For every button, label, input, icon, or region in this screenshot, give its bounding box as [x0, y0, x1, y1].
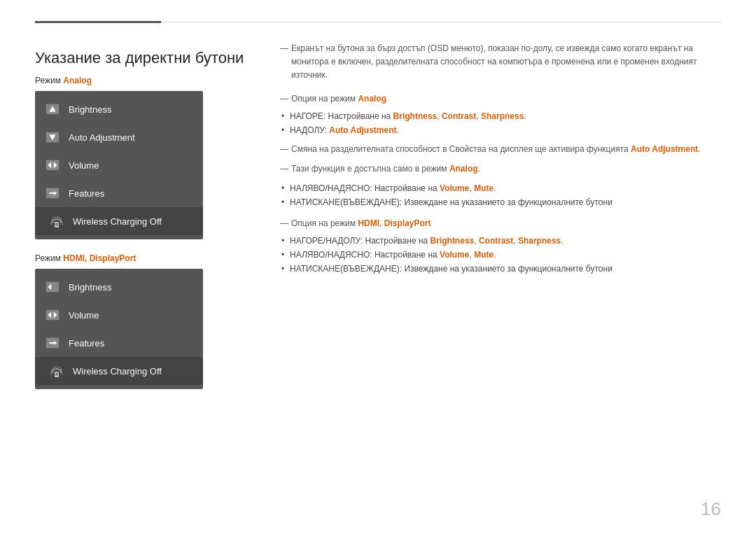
- hdmi-mode-label: Режим HDMI, DisplayPort: [35, 253, 259, 263]
- analog-menu-features: Features: [35, 179, 203, 207]
- auto-adjustment-down-icon: [45, 129, 60, 145]
- analog-bullets-1: НАГОРЕ: Настройване на Brightness, Contr…: [280, 109, 721, 138]
- analog-brightness-label: Brightness: [69, 104, 111, 115]
- page-title: Указание за директни бутони: [35, 49, 259, 67]
- hdmi-wireless-icon: [49, 363, 64, 379]
- brightness-up-icon: [45, 101, 60, 117]
- hdmi-menu-volume: Volume: [35, 301, 203, 329]
- analog-menu-panel: Brightness Auto Adjustment: [35, 91, 203, 239]
- analog-bullet-2: НАДОЛУ: Auto Adjustment.: [280, 123, 721, 137]
- svg-rect-4: [46, 160, 59, 171]
- hdmi-bullet-1: НАГОРЕ/НАДОЛУ: Настройване на Brightness…: [280, 234, 721, 248]
- analog-bullet-4: НАТИСКАНЕ(ВЪВЕЖДАНЕ): Извеждане на указа…: [280, 195, 721, 209]
- subnote-auto-adj: Смяна на разделителната способност в Сво…: [280, 143, 721, 156]
- analog-bullet-3: НАЛЯВО/НАДЯСНО: Настройване на Volume, M…: [280, 181, 721, 195]
- hdmi-bullet-3: НАТИСКАНЕ(ВЪВЕЖДАНЕ): Извеждане на указа…: [280, 262, 721, 276]
- analog-bullet-1: НАГОРЕ: Настройване на Brightness, Contr…: [280, 109, 721, 123]
- hdmi-menu-features: Features: [35, 329, 203, 357]
- intro-text: Екранът на бутона за бърз достъп (OSD ме…: [280, 42, 721, 83]
- hdmi-menu-panel: Brightness Volume: [35, 269, 203, 389]
- analog-volume-label: Volume: [69, 160, 99, 171]
- hdmi-option-label: Опция на режим HDMI, DisplayPort: [280, 218, 721, 228]
- hdmi-volume-label: Volume: [69, 310, 99, 321]
- analog-features-label: Features: [69, 188, 104, 199]
- hdmi-bullet-2: НАЛЯВО/НАДЯСНО: Настройване на Volume, M…: [280, 248, 721, 262]
- hdmi-features-icon: [45, 335, 60, 351]
- analog-menu-auto-adjustment: Auto Adjustment: [35, 123, 203, 151]
- hdmi-menu-wireless: Wireless Charging Off: [35, 357, 203, 385]
- analog-menu-volume: Volume: [35, 151, 203, 179]
- top-decorative-lines: [35, 21, 721, 23]
- subnote-analog-only: Тази функция е достъпна само в режим Ana…: [280, 162, 721, 176]
- analog-wireless-label: Wireless Charging Off: [73, 216, 162, 227]
- hdmi-volume-icon: [45, 307, 60, 323]
- page-number: 16: [701, 498, 721, 520]
- svg-rect-19: [55, 372, 58, 376]
- hdmi-brightness-label: Brightness: [69, 282, 111, 293]
- analog-menu-wireless: Wireless Charging Off: [35, 207, 203, 235]
- analog-bullets-2: НАЛЯВО/НАДЯСНО: Настройване на Volume, M…: [280, 181, 721, 210]
- analog-auto-adjustment-label: Auto Adjustment: [69, 132, 135, 143]
- volume-lr-icon: [45, 157, 60, 173]
- analog-menu-brightness: Brightness: [35, 95, 203, 123]
- right-column: Екранът на бутона за бърз достъп (OSD ме…: [280, 28, 721, 506]
- hdmi-features-label: Features: [69, 338, 104, 349]
- svg-rect-13: [46, 310, 59, 321]
- wireless-charging-icon: [49, 213, 64, 229]
- svg-rect-11: [46, 282, 59, 293]
- features-enter-icon: [45, 185, 60, 201]
- analog-mode-label: Режим Analog: [35, 76, 259, 85]
- hdmi-menu-brightness: Brightness: [35, 273, 203, 301]
- hdmi-bullets: НАГОРЕ/НАДОЛУ: Настройване на Brightness…: [280, 234, 721, 276]
- hdmi-wireless-label: Wireless Charging Off: [73, 366, 162, 377]
- analog-option-label: Опция на режим Analog: [280, 94, 721, 104]
- left-column: Указание за директни бутони Режим Analog…: [35, 28, 259, 506]
- hdmi-brightness-icon: [45, 279, 60, 295]
- svg-rect-10: [55, 223, 58, 226]
